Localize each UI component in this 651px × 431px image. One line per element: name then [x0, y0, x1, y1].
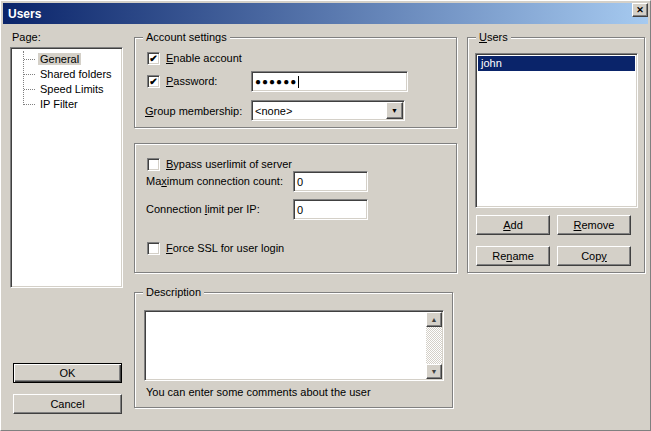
users-listbox[interactable]: john — [475, 53, 638, 208]
force-ssl-checkbox[interactable] — [147, 242, 160, 255]
bypass-userlimit-label: Bypass userlimit of server — [166, 158, 292, 170]
ok-button[interactable]: OK — [13, 363, 122, 383]
account-settings-group: Account settings ✔ Enable account ✔ Pass… — [134, 37, 457, 128]
bypass-userlimit-checkbox[interactable] — [147, 158, 160, 171]
group-membership-label: Group membership: — [145, 105, 242, 118]
window-title: Users — [3, 7, 41, 21]
description-title: Description — [143, 286, 204, 299]
page-label: Page: — [12, 31, 41, 44]
tree-item-shared-folders[interactable]: Shared folders — [12, 67, 121, 82]
copy-button[interactable]: Copy — [557, 246, 631, 266]
cancel-button[interactable]: Cancel — [13, 394, 122, 414]
connection-limits-group: Bypass userlimit of server Maximum conne… — [134, 143, 457, 273]
page-listbox[interactable]: General Shared folders Speed Limits IP F… — [10, 47, 123, 288]
close-button[interactable]: ✕ — [632, 3, 648, 17]
dropdown-button[interactable]: ▼ — [386, 102, 403, 119]
user-list-item[interactable]: john — [478, 56, 635, 71]
users-group-title: Users — [476, 31, 511, 44]
checkmark-icon: ✔ — [149, 76, 157, 87]
checkmark-icon: ✔ — [149, 53, 157, 64]
description-hint: You can enter some comments about the us… — [146, 386, 371, 399]
text-caret — [298, 76, 299, 88]
add-button[interactable]: Add — [476, 215, 550, 235]
description-textarea[interactable]: ▲ ▼ — [144, 310, 444, 381]
rename-button[interactable]: Rename — [476, 246, 550, 266]
close-icon: ✕ — [636, 6, 644, 15]
scroll-up-button[interactable]: ▲ — [426, 312, 442, 327]
group-membership-select[interactable]: <none> ▼ — [251, 100, 405, 121]
enable-account-checkbox[interactable]: ✔ — [147, 52, 160, 65]
description-scrollbar[interactable]: ▲ ▼ — [426, 312, 442, 379]
titlebar[interactable]: Users — [3, 3, 648, 24]
remove-button[interactable]: Remove — [557, 215, 631, 235]
users-group: Users john Add Remove Rename Copy — [467, 37, 645, 273]
chevron-down-icon: ▼ — [391, 107, 398, 114]
max-connections-input[interactable]: 0 — [293, 171, 368, 192]
tree-item-speed-limits[interactable]: Speed Limits — [12, 82, 121, 97]
password-checkbox[interactable]: ✔ — [147, 75, 160, 88]
description-group: Description ▲ ▼ You can enter some comme… — [134, 292, 453, 408]
arrow-down-icon: ▼ — [431, 368, 438, 375]
force-ssl-label: Force SSL for user login — [166, 242, 284, 254]
scroll-down-button[interactable]: ▼ — [426, 364, 442, 379]
page-tree: General Shared folders Speed Limits IP F… — [12, 49, 121, 286]
enable-account-label: Enable account — [166, 52, 242, 64]
tree-item-general[interactable]: General — [12, 52, 121, 67]
ip-limit-input[interactable]: 0 — [293, 199, 368, 220]
password-label: Password: — [166, 75, 217, 87]
tree-item-ip-filter[interactable]: IP Filter — [12, 97, 121, 112]
password-input[interactable]: ●●●●●● — [251, 71, 408, 92]
arrow-up-icon: ▲ — [431, 316, 438, 323]
max-connections-label: Maximum connection count: — [146, 175, 283, 188]
account-settings-title: Account settings — [143, 31, 230, 44]
ip-limit-label: Connection limit per IP: — [146, 203, 260, 216]
